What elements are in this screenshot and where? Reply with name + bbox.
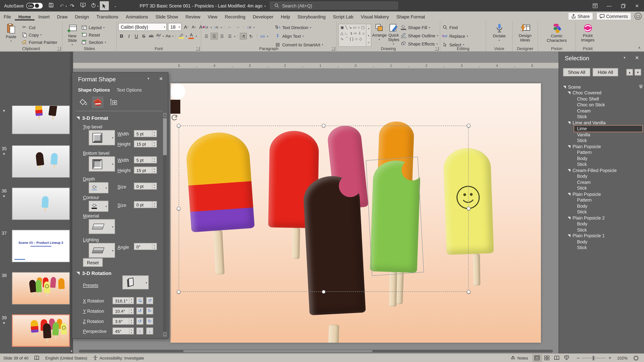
shapes-gallery[interactable]: ▣╲↘▭○▢△∟↴⇨⇩⌂∿⌒{}☆◇ ▴▾≡	[338, 24, 371, 47]
tree-item-label[interactable]: Choc on Stick	[577, 102, 605, 107]
selection-item-pattern-19[interactable]: Pattern	[559, 197, 644, 203]
zoom-slider-thumb[interactable]	[593, 356, 594, 360]
format-shape-menu-icon[interactable]: ▼	[147, 77, 150, 80]
cut-button[interactable]: ✂Cut	[21, 24, 57, 30]
tree-expander-icon[interactable]	[568, 191, 570, 196]
tab-design[interactable]: Design	[71, 13, 93, 20]
redo-icon[interactable]: ↷	[67, 3, 78, 9]
tab-slide-show[interactable]: Slide Show	[152, 13, 182, 20]
z-rotate-ccw-button[interactable]: ↺	[136, 318, 144, 325]
depth-size-input[interactable]: 0 pt▴▾	[134, 183, 157, 190]
section-button[interactable]: Section▾	[82, 39, 106, 45]
bold-button[interactable]: B	[118, 32, 125, 39]
size-properties-icon[interactable]	[108, 96, 119, 108]
y-rotate-up-button[interactable]: ↺	[136, 308, 144, 315]
touch-mode-caret[interactable]: ▾	[97, 4, 98, 7]
selection-item-body-26[interactable]: Body	[559, 238, 644, 245]
italic-button[interactable]: I	[126, 32, 132, 39]
selection-handle[interactable]	[322, 290, 326, 294]
tab-review[interactable]: Review	[182, 13, 204, 20]
rotation-handle[interactable]	[170, 114, 180, 123]
shapes-up-button[interactable]: ▴	[368, 26, 369, 29]
shape-effects-button[interactable]: Shape Effects▾	[400, 41, 438, 47]
font-size-select[interactable]: 18▾	[168, 23, 182, 31]
tree-expander-icon[interactable]	[568, 168, 570, 173]
selection-handle[interactable]	[467, 124, 470, 127]
format-painter-button[interactable]: Format Painter	[21, 39, 57, 45]
lighting-angle-input[interactable]: 0°▴▾	[134, 243, 157, 250]
tab-text-options[interactable]: Text Options	[117, 87, 142, 92]
tree-expander-icon[interactable]	[568, 90, 570, 95]
tree-item-label[interactable]: Choc Shell	[577, 96, 599, 101]
tab-help[interactable]: Help	[277, 13, 294, 20]
ltr-direction-button[interactable]: ›¶	[240, 33, 247, 39]
selection-handle[interactable]	[467, 290, 470, 294]
replace-button[interactable]: b⇄Replace▾	[442, 33, 468, 39]
selection-handle[interactable]	[177, 290, 180, 294]
selection-item-choc-covered-1[interactable]: Choc Covered	[559, 90, 644, 96]
tree-item-label[interactable]: Choc Covered	[572, 90, 602, 95]
top-bevel-width-input[interactable]: 5 pt▴▾	[134, 130, 157, 137]
tab-visual-makery[interactable]: Visual Makery	[357, 13, 393, 20]
justify-button[interactable]: ☰	[226, 33, 233, 39]
increase-indent-button[interactable]: ⇥	[234, 24, 241, 30]
move-down-button[interactable]: ▼	[634, 69, 641, 75]
accessibility-status[interactable]: Accessibility: Investigate	[100, 356, 144, 360]
tab-shape-format[interactable]: Shape Format	[393, 13, 429, 20]
tab-insert[interactable]: Insert	[35, 13, 54, 20]
selection-item-body-12[interactable]: Body	[559, 155, 644, 161]
presets-dropdown[interactable]: ▾	[122, 275, 149, 289]
pointer-tool-button[interactable]	[100, 1, 109, 10]
find-button[interactable]: Find	[442, 24, 468, 30]
y-rotation-input[interactable]: 10.4°▴▾	[112, 308, 134, 315]
shapes-more-button[interactable]: ≡	[368, 41, 369, 44]
tab-file[interactable]: File	[0, 13, 15, 20]
depth-color-dropdown[interactable]: ▾	[89, 182, 108, 193]
title-caret[interactable]: ▾	[264, 4, 266, 7]
reading-view-button[interactable]	[552, 354, 562, 362]
format-shape-close-icon[interactable]: ✕	[159, 76, 163, 82]
undo-caret[interactable]: ▾	[66, 4, 67, 7]
tree-item-label[interactable]: Body	[577, 174, 587, 179]
canvas-horizontal-scrollbar[interactable]	[79, 350, 553, 353]
font-color-button[interactable]: A	[188, 32, 195, 39]
selection-pane-menu-icon[interactable]: ▼	[623, 56, 626, 59]
tree-item-label[interactable]: Plain Popsicle 1	[572, 233, 605, 238]
shape-outline-button[interactable]: Shape Outline▾	[400, 32, 438, 39]
slide-thumbnail-38[interactable]	[12, 272, 70, 305]
notes-button[interactable]: Notes	[510, 356, 528, 360]
design-ideas-button[interactable]: Design Ideas	[516, 22, 534, 42]
slideshow-view-button[interactable]	[562, 354, 572, 362]
selection-item-choc-on-stick-3[interactable]: Choc on Stick	[559, 102, 644, 108]
normal-view-button[interactable]	[532, 354, 542, 362]
selection-item-pattern-11[interactable]: Pattern	[559, 149, 644, 155]
bottom-bevel-height-input[interactable]: 15 pt▴▾	[134, 167, 157, 174]
slideshow-icon[interactable]	[78, 2, 88, 9]
font-name-select[interactable]: Calibri (Body)▾	[118, 23, 167, 31]
tree-item-label[interactable]: Body	[577, 239, 587, 244]
drawing-dialog-launcher[interactable]: ↘	[435, 47, 439, 50]
comic-characters-button[interactable]: Comic Characters	[544, 22, 570, 42]
tree-item-label[interactable]: Stick	[577, 209, 587, 214]
selection-item-cream-16[interactable]: Cream	[559, 179, 644, 185]
selection-item-cream-4[interactable]: Cream	[559, 107, 644, 114]
new-slide-button[interactable]: New Slide▾	[64, 22, 80, 46]
selection-item-vanilla-8[interactable]: Vanilla	[559, 131, 644, 137]
accessibility-icon[interactable]	[93, 356, 98, 361]
character-spacing-button[interactable]: AV↔	[155, 32, 162, 39]
tree-item-label[interactable]: Cream-Filled Popsicle	[572, 168, 617, 173]
y-rotate-down-button[interactable]: ↻	[146, 308, 153, 315]
format-panel-scrollbar[interactable]: ▲▼	[163, 113, 167, 337]
save-icon[interactable]	[46, 2, 56, 9]
section-3d-format[interactable]: 3-D Format	[76, 115, 108, 121]
tab-home[interactable]: Home	[15, 12, 34, 20]
selection-item-stick-21[interactable]: Stick	[559, 209, 644, 215]
tab-view[interactable]: View	[204, 13, 221, 20]
top-bevel-height-input[interactable]: 15 pt▴▾	[134, 140, 157, 147]
lighting-dropdown[interactable]: ▾	[89, 243, 115, 258]
tree-item-label[interactable]: Lime	[577, 126, 587, 131]
hide-all-button[interactable]: Hide All	[593, 68, 618, 76]
text-direction-button[interactable]: ⇅AText Direction▾	[275, 24, 323, 30]
paragraph-dialog-launcher[interactable]: ↘	[332, 47, 335, 50]
search-input[interactable]: Search (Alt+Q)	[270, 1, 398, 9]
